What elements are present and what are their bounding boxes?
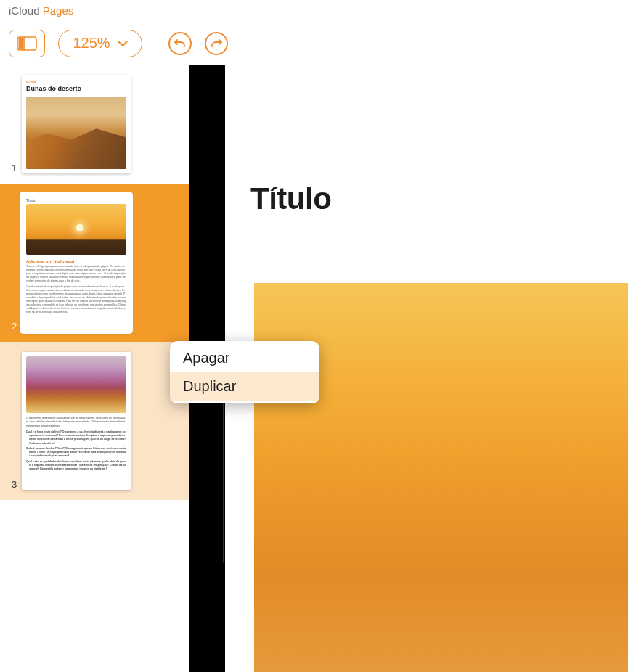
thumb-kicker: Título xyxy=(26,198,126,202)
context-menu-delete[interactable]: Apagar xyxy=(170,344,319,372)
redo-icon xyxy=(211,38,222,49)
toolbar: 125% xyxy=(0,22,628,65)
title-bar: iCloud Pages xyxy=(0,0,628,22)
thumb-kicker: Nome xyxy=(26,80,126,84)
page-number: 2 xyxy=(12,321,17,332)
thumb-image xyxy=(26,356,126,413)
app-brand-pages: Pages xyxy=(43,4,74,17)
zoom-level-button[interactable]: 125% xyxy=(58,30,142,57)
svg-rect-2 xyxy=(19,38,23,49)
page-number: 1 xyxy=(12,163,17,173)
undo-icon xyxy=(174,38,186,49)
thumb-heading: Adicione um título aqui xyxy=(26,259,126,263)
undo-button[interactable] xyxy=(168,32,192,55)
context-menu-duplicate[interactable]: Duplicar xyxy=(170,372,319,401)
thumb-title: Dunas do deserto xyxy=(26,85,126,92)
thumb-body-text: Todo um o Pages para processamento de te… xyxy=(26,265,126,282)
redo-button[interactable] xyxy=(205,32,228,55)
thumbnail-page-3[interactable]: O documento depende de cada sessão e é d… xyxy=(0,342,189,500)
thumbnail-preview: O documento depende de cada sessão e é d… xyxy=(22,352,131,490)
thumb-body-text: Um documento de disposição de página vem… xyxy=(26,285,126,314)
thumb-image xyxy=(26,204,126,255)
context-menu: Apagar Duplicar xyxy=(170,341,319,403)
thumbnail-page-1[interactable]: Nome Dunas do deserto 1 xyxy=(0,65,189,184)
thumbnail-page-2[interactable]: Título Adicione um título aqui Todo um o… xyxy=(0,184,189,342)
zoom-level-value: 125% xyxy=(73,35,110,52)
page-title-heading[interactable]: Título xyxy=(250,181,331,216)
callout-line xyxy=(223,403,224,563)
thumbnail-preview: Título Adicione um título aqui Todo um o… xyxy=(22,194,131,332)
page-thumbnails-sidebar[interactable]: Nome Dunas do deserto 1 Título Adicione … xyxy=(0,65,189,672)
thumbnail-preview: Nome Dunas do deserto xyxy=(22,75,131,173)
app-brand-icloud: iCloud xyxy=(9,4,40,17)
chevron-down-icon xyxy=(118,41,128,46)
page-number: 3 xyxy=(12,479,17,490)
sidebar-layout-icon xyxy=(17,36,37,51)
view-options-button[interactable] xyxy=(9,30,45,57)
thumb-image xyxy=(26,97,126,169)
thumb-body-text: O documento depende de cada sessão e é d… xyxy=(26,417,126,471)
